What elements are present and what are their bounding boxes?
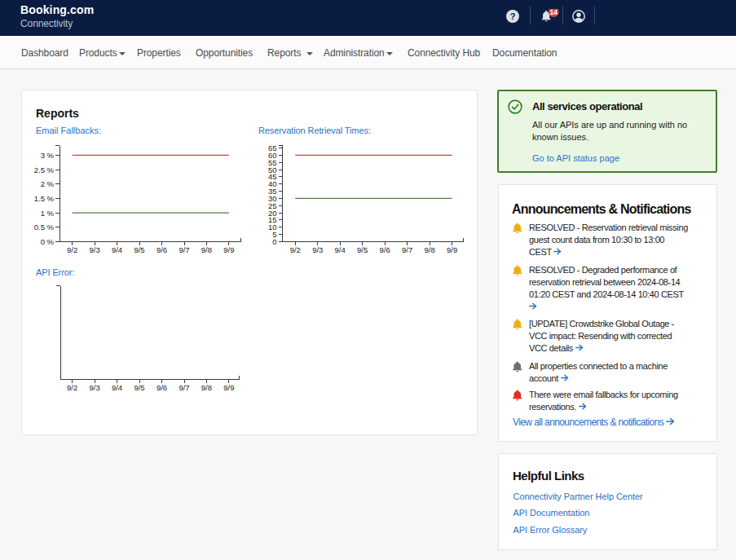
svg-text:9/7: 9/7 [178,383,189,392]
svg-text:3 %: 3 % [41,151,55,160]
svg-text:9/2: 9/2 [290,245,301,254]
svg-text:9/8: 9/8 [424,245,434,254]
svg-text:9/6: 9/6 [156,245,167,254]
svg-text:9/9: 9/9 [223,383,234,392]
svg-text:9/5: 9/5 [134,245,144,254]
svg-text:9/7: 9/7 [178,245,189,254]
svg-text:9/4: 9/4 [335,245,346,254]
svg-text:9/9: 9/9 [447,245,457,254]
svg-text:9/4: 9/4 [112,245,122,254]
svg-text:0.5 %: 0.5 % [34,223,55,231]
svg-text:9/9: 9/9 [223,245,234,254]
svg-text:9/5: 9/5 [134,383,144,392]
svg-text:9/8: 9/8 [201,245,212,254]
svg-text:2 %: 2 % [41,179,55,188]
svg-text:1 %: 1 % [41,209,55,218]
svg-text:9/2: 9/2 [67,383,77,392]
svg-text:0: 0 [272,237,276,246]
svg-text:9/2: 9/2 [67,245,77,254]
svg-text:0 %: 0 % [41,237,55,246]
svg-text:9/5: 9/5 [357,245,368,254]
svg-text:9/6: 9/6 [380,245,390,254]
svg-text:2.5 %: 2.5 % [34,165,55,174]
svg-text:9/3: 9/3 [312,245,323,254]
svg-text:9/7: 9/7 [402,245,412,254]
svg-text:9/3: 9/3 [89,383,99,392]
svg-text:1.5 %: 1.5 % [34,194,55,203]
svg-text:9/4: 9/4 [112,383,122,392]
svg-text:9/6: 9/6 [156,383,167,392]
svg-text:9/8: 9/8 [201,383,212,392]
svg-text:9/3: 9/3 [89,245,99,254]
